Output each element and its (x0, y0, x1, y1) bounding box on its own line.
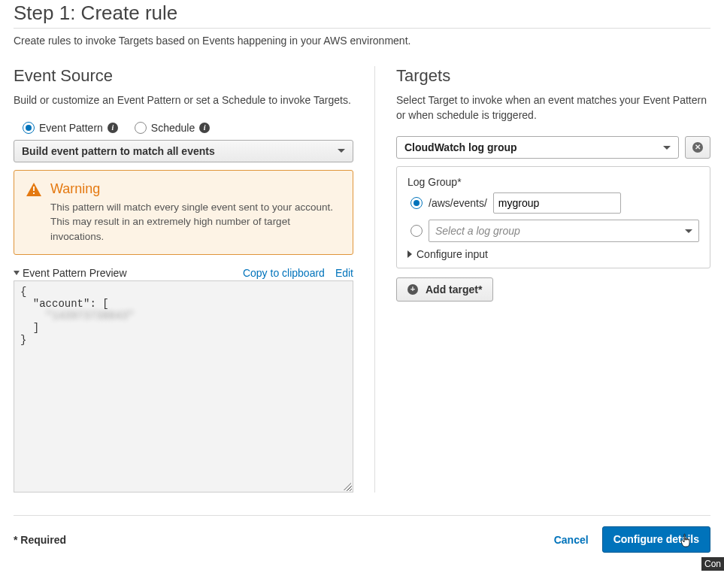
warning-title: Warning (50, 181, 341, 197)
event-pattern-dropdown[interactable]: Build event pattern to match all events (14, 140, 353, 162)
cursor-pointer-icon (680, 533, 692, 548)
copy-to-clipboard-link[interactable]: Copy to clipboard (243, 267, 325, 279)
edit-link[interactable]: Edit (335, 267, 353, 279)
chevron-down-icon (663, 146, 671, 150)
chevron-down-icon (14, 271, 20, 275)
target-type-label: CloudWatch log group (404, 141, 517, 153)
chevron-down-icon (338, 149, 345, 153)
svg-rect-1 (33, 192, 35, 194)
page-title: Step 1: Create rule (14, 2, 710, 25)
targets-panel: Targets Select Target to invoke when an … (374, 66, 710, 493)
event-source-description: Build or customize an Event Pattern or s… (14, 93, 353, 108)
tooltip-fragment: Con (701, 557, 724, 571)
radio-dot-icon (23, 122, 35, 134)
chevron-down-icon (685, 229, 692, 233)
target-type-dropdown[interactable]: CloudWatch log group (396, 136, 679, 159)
remove-target-button[interactable]: ✕ (685, 136, 710, 159)
targets-title: Targets (396, 66, 710, 86)
radio-dot-icon[interactable] (410, 197, 423, 209)
select-log-group-dropdown[interactable]: Select a log group (429, 220, 699, 242)
info-icon[interactable]: i (108, 123, 118, 133)
radio-schedule-label: Schedule (151, 122, 195, 134)
add-target-label: Add target* (426, 283, 482, 296)
svg-rect-0 (33, 186, 35, 191)
log-group-prefix: /aws/events/ (429, 197, 487, 209)
title-divider (14, 28, 710, 29)
configure-input-label: Configure input (417, 248, 488, 260)
warning-box: Warning This pattern will match every si… (14, 170, 353, 256)
warning-triangle-icon (26, 183, 41, 196)
radio-schedule[interactable]: Schedule i (135, 122, 210, 134)
radio-event-pattern-label: Event Pattern (39, 122, 103, 134)
select-log-group-placeholder: Select a log group (435, 225, 520, 237)
add-target-button[interactable]: + Add target* (396, 277, 493, 302)
chevron-right-icon (407, 250, 412, 258)
preview-toggle[interactable]: Event Pattern Preview (14, 267, 127, 279)
targets-description: Select Target to invoke when an event ma… (396, 93, 710, 123)
log-group-label: Log Group* (407, 176, 699, 188)
radio-empty-icon (135, 122, 147, 134)
radio-empty-icon[interactable] (410, 225, 423, 237)
preview-label-text: Event Pattern Preview (23, 267, 127, 279)
event-source-title: Event Source (14, 66, 353, 86)
configure-input-toggle[interactable]: Configure input (407, 248, 699, 260)
close-icon: ✕ (692, 142, 703, 153)
event-pattern-dropdown-label: Build event pattern to match all events (22, 145, 215, 157)
cancel-button[interactable]: Cancel (554, 534, 589, 546)
event-pattern-preview[interactable]: { "account": [ "143973738843" ] } (14, 280, 353, 493)
plus-icon: + (407, 284, 418, 295)
configure-details-button[interactable]: Configure details (602, 526, 710, 553)
info-icon[interactable]: i (199, 123, 210, 133)
radio-event-pattern[interactable]: Event Pattern i (23, 122, 118, 134)
step-description: Create rules to invoke Targets based on … (14, 35, 710, 47)
target-config-box: Log Group* /aws/events/ Select a log gro… (396, 166, 710, 268)
required-note: * Required (14, 534, 66, 546)
warning-body: This pattern will match every single eve… (50, 200, 341, 244)
log-group-name-input[interactable] (493, 192, 621, 214)
event-source-panel: Event Source Build or customize an Event… (14, 66, 374, 493)
footer-divider (14, 515, 710, 516)
